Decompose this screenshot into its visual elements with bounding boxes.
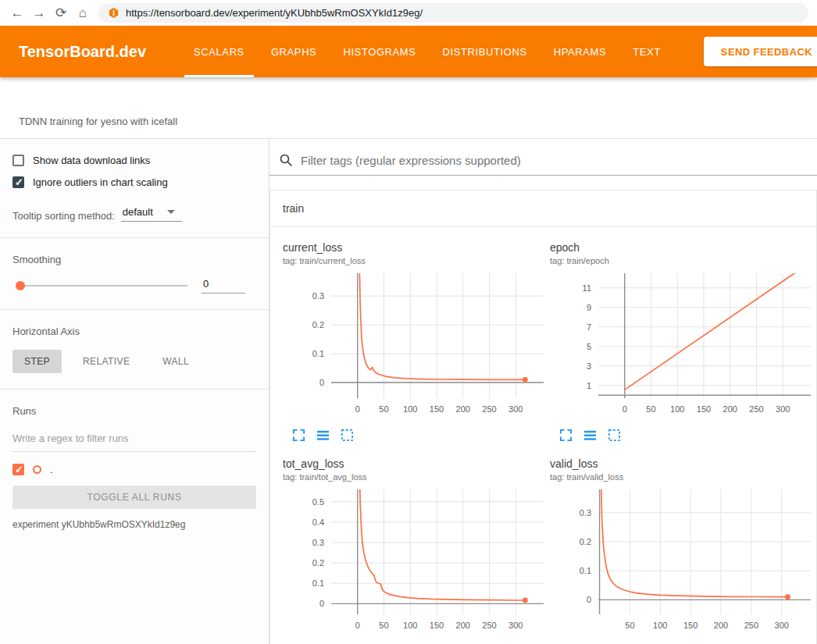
experiment-title: TDNN training for yesno with icefall: [19, 116, 177, 127]
svg-text:11: 11: [583, 283, 591, 293]
tooltip-sorting-value: default: [123, 206, 153, 218]
svg-text:0: 0: [623, 404, 627, 414]
chart-toolbar: [292, 429, 545, 442]
run-checkbox[interactable]: [12, 464, 24, 475]
svg-text:150: 150: [697, 404, 711, 414]
svg-text:50: 50: [379, 404, 388, 414]
tooltip-sorting-row: Tooltip sorting method: default: [12, 206, 256, 222]
app-header: TensorBoard.dev SCALARS GRAPHS HISTOGRAM…: [0, 26, 817, 77]
experiment-header: TDNN training for yesno with icefall: [0, 77, 817, 139]
tab-histograms[interactable]: HISTOGRAMS: [334, 26, 425, 77]
scalar-chart[interactable]: 00.10.20.30.40.5050100150200250300: [283, 486, 545, 641]
tooltip-sorting-select[interactable]: default: [121, 206, 182, 222]
svg-text:50: 50: [625, 621, 634, 630]
tab-graphs[interactable]: GRAPHS: [262, 26, 326, 77]
svg-text:200: 200: [714, 621, 728, 630]
tab-hparams[interactable]: HPARAMS: [544, 26, 616, 77]
svg-text:300: 300: [508, 621, 523, 630]
svg-text:0.3: 0.3: [312, 538, 324, 547]
axis-wall-button[interactable]: WALL: [151, 350, 201, 373]
tag-filter-input[interactable]: [301, 154, 809, 167]
toggle-all-runs-button[interactable]: TOGGLE ALL RUNS: [12, 486, 256, 509]
tab-text[interactable]: TEXT: [623, 26, 670, 77]
svg-text:0.3: 0.3: [312, 291, 324, 301]
horizontal-axis-label: Horizontal Axis: [12, 326, 256, 337]
horizontal-axis-buttons: STEP RELATIVE WALL: [12, 350, 256, 373]
svg-text:0: 0: [355, 621, 360, 630]
browser-toolbar: ← → ⟳ ⌂ https://tensorboard.dev/experime…: [0, 0, 817, 26]
smoothing-control: 0: [12, 278, 256, 294]
url-text: https://tensorboard.dev/experiment/yKUbh…: [126, 7, 423, 19]
chart-tag: tag: train/tot_avg_loss: [283, 472, 545, 482]
run-color-icon: [33, 465, 41, 474]
svg-text:100: 100: [403, 621, 417, 630]
svg-text:250: 250: [482, 404, 496, 414]
svg-text:150: 150: [430, 404, 444, 414]
svg-text:0: 0: [319, 378, 324, 387]
svg-text:100: 100: [653, 621, 667, 630]
run-name: .: [50, 464, 53, 475]
reload-icon[interactable]: ⟳: [50, 5, 72, 21]
train-tag-group-card: train current_loss tag: train/current_lo…: [269, 190, 817, 644]
divider: [0, 389, 269, 390]
chart-title: tot_avg_loss: [283, 457, 545, 470]
axis-relative-button[interactable]: RELATIVE: [71, 350, 141, 373]
tab-distributions[interactable]: DISTRIBUTIONS: [433, 26, 537, 77]
ignore-outliers-label: Ignore outliers in chart scaling: [33, 176, 168, 188]
scalar-chart[interactable]: 00.10.20.3050100150200250300: [283, 270, 545, 425]
data-table-icon[interactable]: [316, 429, 330, 442]
home-icon[interactable]: ⌂: [72, 5, 94, 21]
svg-text:0: 0: [355, 404, 360, 414]
fit-domain-icon[interactable]: [341, 429, 354, 442]
svg-text:50: 50: [379, 621, 388, 630]
axis-step-button[interactable]: STEP: [12, 350, 62, 373]
smoothing-slider-thumb[interactable]: [16, 281, 25, 290]
chart-title: epoch: [550, 241, 812, 254]
runs-filter-input[interactable]: [12, 429, 256, 452]
send-feedback-button[interactable]: SEND FEEDBACK: [704, 37, 817, 66]
divider: [0, 237, 269, 238]
scalars-dashboard: train current_loss tag: train/current_lo…: [269, 139, 817, 644]
chart-tag: tag: train/current_loss: [283, 256, 545, 265]
svg-text:0.2: 0.2: [312, 320, 324, 329]
svg-text:0.2: 0.2: [312, 558, 324, 568]
svg-text:7: 7: [587, 322, 591, 332]
ignore-outliers-checkbox[interactable]: [12, 176, 24, 188]
address-bar[interactable]: https://tensorboard.dev/experiment/yKUbh…: [98, 3, 808, 23]
svg-text:250: 250: [744, 621, 758, 630]
svg-text:300: 300: [776, 404, 790, 414]
scalar-chart[interactable]: 1357911050100150200250300: [550, 270, 812, 425]
forward-icon[interactable]: →: [28, 5, 50, 21]
svg-text:0: 0: [587, 595, 591, 604]
data-table-icon[interactable]: [583, 429, 597, 442]
expand-icon[interactable]: [292, 429, 305, 442]
svg-text:0.1: 0.1: [312, 349, 324, 358]
svg-text:200: 200: [456, 621, 470, 630]
chart-tag: tag: train/epoch: [550, 256, 812, 265]
smoothing-value-field[interactable]: 0: [202, 278, 245, 294]
tag-group-header[interactable]: train: [270, 190, 816, 227]
nav-tabs: SCALARS GRAPHS HISTOGRAMS DISTRIBUTIONS …: [180, 26, 674, 77]
scalar-chart[interactable]: 00.10.20.350100150200250300: [550, 486, 812, 641]
smoothing-slider[interactable]: [16, 285, 187, 286]
svg-text:200: 200: [723, 404, 737, 414]
chart-valid-loss: valid_loss tag: train/valid_loss 00.10.2…: [550, 457, 812, 644]
svg-text:0.3: 0.3: [580, 508, 591, 518]
show-download-links-checkbox[interactable]: [12, 155, 24, 166]
svg-text:250: 250: [749, 404, 763, 414]
svg-text:100: 100: [670, 404, 684, 414]
svg-text:0.5: 0.5: [312, 497, 324, 507]
smoothing-label: Smoothing: [12, 254, 256, 265]
svg-text:0.1: 0.1: [312, 578, 324, 588]
expand-icon[interactable]: [559, 429, 573, 442]
svg-text:50: 50: [646, 404, 655, 414]
tab-scalars[interactable]: SCALARS: [184, 26, 254, 77]
settings-sidebar: Show data download links Ignore outliers…: [0, 139, 269, 644]
fit-domain-icon[interactable]: [608, 429, 621, 442]
back-icon[interactable]: ←: [6, 5, 28, 21]
show-download-links-label: Show data download links: [33, 155, 150, 166]
svg-text:150: 150: [683, 621, 697, 630]
tag-filter-row: [269, 139, 817, 176]
svg-text:150: 150: [430, 621, 444, 630]
tooltip-sorting-label: Tooltip sorting method:: [12, 210, 115, 222]
